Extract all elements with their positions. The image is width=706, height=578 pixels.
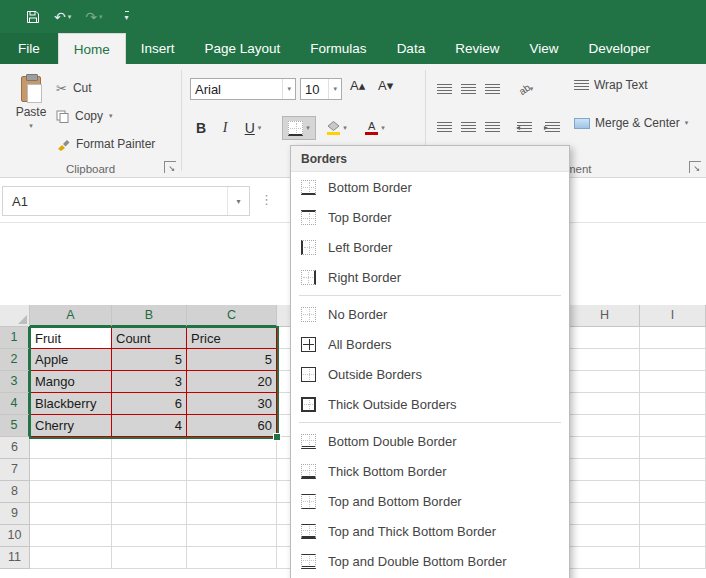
name-box-dropdown-icon[interactable]: ▾ [227,187,249,215]
align-top-button[interactable] [432,78,456,100]
cell-A11[interactable] [30,547,112,569]
underline-button[interactable]: U ▾ [238,116,268,140]
cell-I3[interactable] [640,371,706,393]
cell-H10[interactable] [570,525,640,547]
menu-item-thick-outside-borders[interactable]: Thick Outside Borders [291,389,569,419]
cell-A1[interactable]: Fruit [30,327,112,349]
cell-I11[interactable] [640,547,706,569]
align-right-button[interactable] [480,116,504,138]
name-box[interactable]: A1 ▾ [2,186,250,216]
menu-item-top-and-bottom-border[interactable]: Top and Bottom Border [291,486,569,516]
merge-dropdown-icon[interactable]: ▾ [685,119,689,127]
menu-item-left-border[interactable]: Left Border [291,232,569,262]
column-header-H[interactable]: H [570,305,640,327]
font-color-dropdown-icon[interactable]: ▾ [381,124,385,132]
cell-A7[interactable] [30,459,112,481]
row-header-11[interactable]: 11 [0,547,30,569]
copy-button[interactable]: Copy ▾ [56,104,113,128]
paste-button[interactable]: Paste ▾ [8,74,54,154]
tab-home[interactable]: Home [58,33,126,64]
cell-H1[interactable] [570,327,640,349]
font-name-dropdown-icon[interactable]: ▾ [282,79,291,99]
menu-item-all-borders[interactable]: All Borders [291,329,569,359]
menu-item-outside-borders[interactable]: Outside Borders [291,359,569,389]
column-header-C[interactable]: C [187,305,277,327]
menu-item-top-border[interactable]: Top Border [291,202,569,232]
cell-B8[interactable] [112,481,187,503]
copy-dropdown-icon[interactable]: ▾ [109,112,113,120]
cell-H6[interactable] [570,437,640,459]
cell-C9[interactable] [187,503,277,525]
row-header-10[interactable]: 10 [0,525,30,547]
wrap-text-button[interactable]: Wrap Text [574,78,648,92]
borders-button[interactable]: ▾ [282,116,316,140]
font-color-button[interactable]: A ▾ [358,116,392,140]
row-header-5[interactable]: 5 [0,415,30,437]
cell-H9[interactable] [570,503,640,525]
tab-file[interactable]: File [0,33,58,64]
row-header-6[interactable]: 6 [0,437,30,459]
column-header-B[interactable]: B [112,305,187,327]
cell-C6[interactable] [187,437,277,459]
menu-item-no-border[interactable]: No Border [291,299,569,329]
tab-review[interactable]: Review [440,33,514,64]
cell-H11[interactable] [570,547,640,569]
formula-bar-divider-icon[interactable]: ⋮ [260,192,273,207]
font-size-combo[interactable]: 10 ▾ [300,78,342,100]
row-header-1[interactable]: 1 [0,327,30,349]
cell-B7[interactable] [112,459,187,481]
menu-item-thick-bottom-border[interactable]: Thick Bottom Border [291,456,569,486]
cell-A6[interactable] [30,437,112,459]
cell-B4[interactable]: 6 [112,393,187,415]
cell-B5[interactable]: 4 [112,415,187,437]
cell-A4[interactable]: Blackberry [30,393,112,415]
cell-B6[interactable] [112,437,187,459]
row-header-2[interactable]: 2 [0,349,30,371]
tab-formulas[interactable]: Formulas [295,33,381,64]
cell-B3[interactable]: 3 [112,371,187,393]
cell-I10[interactable] [640,525,706,547]
cell-A10[interactable] [30,525,112,547]
italic-button[interactable]: I [214,116,236,140]
cell-C5[interactable]: 60 [187,415,277,437]
cell-I5[interactable] [640,415,706,437]
cell-H8[interactable] [570,481,640,503]
cell-C11[interactable] [187,547,277,569]
cell-C4[interactable]: 30 [187,393,277,415]
cell-A3[interactable]: Mango [30,371,112,393]
fill-color-button[interactable]: ▾ [320,116,354,140]
column-header-A[interactable]: A [30,305,112,327]
menu-item-bottom-double-border[interactable]: Bottom Double Border [291,426,569,456]
cell-A9[interactable] [30,503,112,525]
row-header-4[interactable]: 4 [0,393,30,415]
row-header-9[interactable]: 9 [0,503,30,525]
cell-B1[interactable]: Count [112,327,187,349]
menu-item-top-and-thick-bottom-border[interactable]: Top and Thick Bottom Border [291,516,569,546]
cell-I6[interactable] [640,437,706,459]
font-size-dropdown-icon[interactable]: ▾ [328,79,337,99]
undo-dropdown-icon[interactable]: ▾ [68,10,72,24]
cell-I7[interactable] [640,459,706,481]
cell-I4[interactable] [640,393,706,415]
cell-B9[interactable] [112,503,187,525]
tab-developer[interactable]: Developer [573,33,665,64]
cell-C10[interactable] [187,525,277,547]
cut-button[interactable]: ✂ Cut [56,76,92,100]
select-all-corner[interactable] [0,305,30,327]
clipboard-dialog-launcher-icon[interactable]: ↘ [164,161,176,173]
align-middle-button[interactable] [456,78,480,100]
cell-H2[interactable] [570,349,640,371]
row-header-7[interactable]: 7 [0,459,30,481]
cell-H5[interactable] [570,415,640,437]
cell-A5[interactable]: Cherry [30,415,112,437]
tab-insert[interactable]: Insert [126,33,190,64]
paste-dropdown-icon[interactable]: ▾ [29,122,33,130]
alignment-dialog-launcher-icon[interactable]: ↘ [689,161,701,173]
cell-B2[interactable]: 5 [112,349,187,371]
increase-font-size-button[interactable]: A▴ [350,78,365,100]
cell-I9[interactable] [640,503,706,525]
tab-view[interactable]: View [514,33,573,64]
borders-dropdown-icon[interactable]: ▾ [306,124,310,132]
merge-and-center-button[interactable]: Merge & Center ▾ [574,116,688,130]
cell-H3[interactable] [570,371,640,393]
